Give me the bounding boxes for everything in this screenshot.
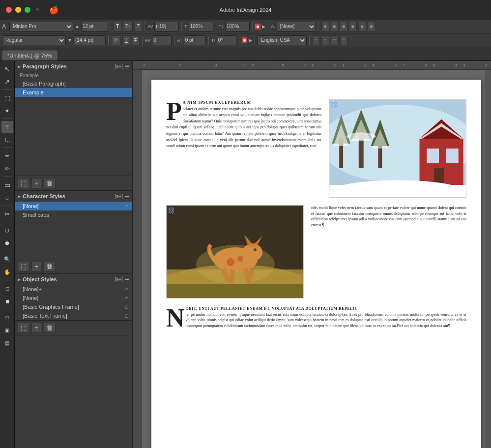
align-bottom-center[interactable]: ≡ [321, 35, 329, 45]
align-bottom-left[interactable]: ≡ [312, 35, 320, 45]
type-tool[interactable]: T [1, 121, 13, 133]
zoom-tool[interactable]: 🔍 [1, 253, 13, 265]
paragraph-styles-header[interactable]: ▶ Paragraph Styles [a+] ☰ [15, 61, 132, 72]
pencil-tool[interactable]: ✏ [1, 163, 13, 175]
small-caps-item[interactable]: Small caps [15, 210, 132, 219]
rect-tool[interactable]: ▭ [1, 179, 13, 191]
preview-mode[interactable]: ▤ [1, 337, 13, 349]
kerning-input[interactable] [154, 22, 179, 31]
align-bottom-right[interactable]: ≡ [331, 35, 339, 45]
home-icon[interactable]: ⌂ [35, 6, 39, 14]
page-tool[interactable]: ⬚ [1, 92, 13, 104]
font-size-input[interactable] [81, 22, 108, 31]
expand-icon[interactable]: ▶ [262, 24, 265, 29]
horiz-scale-input[interactable] [189, 22, 213, 31]
font-style-select[interactable]: Regular [2, 35, 66, 45]
align-center[interactable]: ≡ [331, 22, 339, 31]
align-right[interactable]: ≡ [340, 22, 347, 31]
baseline-input[interactable] [184, 35, 206, 45]
canvas-content[interactable]: P A NIM IPSUM EXCEPERERUM aciatet et aud… [142, 70, 491, 448]
none-char-icon: ↗ [124, 204, 128, 209]
none-select[interactable]: [None] [277, 22, 316, 31]
frame-mode[interactable]: ▣ [1, 324, 13, 336]
stroke-box[interactable]: ◼ [1, 295, 13, 307]
superscript-button[interactable]: TT [123, 22, 133, 31]
skew-input[interactable] [217, 35, 236, 45]
gradient-tool[interactable]: ⬡ [1, 224, 13, 236]
snow-scene-svg [329, 100, 466, 197]
delete-char-style-button[interactable]: 🗑 [43, 261, 56, 271]
svg-point-19 [347, 132, 375, 140]
ellipse-tool[interactable]: ○ [1, 192, 13, 204]
add-style-icon[interactable]: [a+] [115, 64, 123, 69]
italic-button[interactable]: T [134, 22, 142, 31]
character-styles-header[interactable]: ▶ Character Styles [a+] ☰ [15, 191, 132, 202]
color-box2: ■ [242, 37, 247, 43]
basic-paragraph-item[interactable]: [Basic Paragraph] [15, 79, 132, 88]
object-styles-header[interactable]: ▶ Object Styles [a+] ☰ [15, 274, 132, 285]
bold-button[interactable]: T [114, 22, 121, 31]
none-char-item[interactable]: [None] ↗ [15, 202, 132, 210]
fill-box[interactable]: ◻ [1, 282, 13, 294]
tool-separator [2, 119, 12, 119]
leading-input[interactable] [74, 35, 106, 45]
hand-tool[interactable]: ✋ [1, 266, 13, 278]
vertical-scrollbar[interactable] [485, 70, 491, 448]
minimize-button[interactable] [15, 7, 21, 13]
gap-tool[interactable]: ✦ [1, 105, 13, 117]
apple-logo-icon: 🍎 [49, 5, 59, 15]
align-left[interactable]: ≡ [321, 22, 329, 31]
none-obj-item[interactable]: [None] ↗ [15, 294, 132, 302]
font-family-select[interactable]: Minion Pro [9, 22, 73, 31]
example-paragraph-item[interactable]: Example [15, 88, 132, 97]
scissors-tool[interactable]: ✂ [1, 208, 13, 220]
subscript-button[interactable]: TT [111, 35, 121, 45]
add-char-style-icon[interactable]: [a+] [115, 194, 123, 199]
add-obj-style-icon[interactable]: [a+] [115, 277, 123, 282]
language-select[interactable]: English: USA [258, 35, 307, 45]
dog-image: ⛓ [166, 205, 304, 299]
select-tool[interactable]: ↖ [1, 63, 13, 75]
align-justified2[interactable]: ≡ [340, 35, 348, 45]
obj-menu-icon[interactable]: ☰ [125, 277, 129, 282]
new-obj-group-button[interactable]: ⬚ [18, 323, 29, 333]
none-plus-item[interactable]: [None]+ ↗ [15, 285, 132, 294]
delete-style-button[interactable]: 🗑 [43, 178, 56, 188]
document-tab[interactable]: *Untitled-1 @ 75% [2, 50, 58, 60]
vert-scale-input[interactable] [225, 22, 250, 31]
align-more2[interactable]: ≡ [368, 22, 375, 31]
separator [181, 22, 182, 31]
window-controls[interactable] [6, 7, 30, 13]
tracking-input[interactable] [152, 35, 172, 45]
new-char-group-button[interactable]: ⬚ [18, 261, 29, 271]
separator [309, 36, 310, 45]
align-more[interactable]: ≡ [358, 22, 366, 31]
new-style-button[interactable]: + [31, 178, 41, 188]
normal-mode[interactable]: □ [1, 311, 13, 323]
swatch-tool[interactable]: ⬢ [1, 237, 13, 249]
delete-obj-style-button[interactable]: 🗑 [43, 323, 56, 333]
align-justify[interactable]: ≡ [349, 22, 357, 31]
char-menu-icon[interactable]: ☰ [125, 194, 129, 199]
panel-scroll[interactable]: ▶ Paragraph Styles [a+] ☰ Example [Basic… [15, 61, 132, 448]
character-styles-footer: ⬚ + 🗑 [15, 259, 132, 273]
canvas-area[interactable]: 3 6 9 12 15 18 21 24 27 30 33 36 39 42 4… [133, 61, 491, 448]
pen-tool[interactable]: ✒ [1, 150, 13, 162]
new-char-style-button[interactable]: + [31, 261, 41, 271]
maximize-button[interactable] [25, 7, 30, 13]
strikethrough-button[interactable]: T̶ [132, 35, 140, 45]
new-obj-style-button[interactable]: + [31, 323, 41, 333]
object-styles-section: ▶ Object Styles [a+] ☰ [None]+ ↗ [None] … [15, 274, 132, 335]
basic-graphics-item[interactable]: [Basic Graphics Frame] ◻ [15, 302, 132, 311]
menu-icon[interactable]: ☰ [125, 64, 129, 69]
underline-button[interactable]: T [122, 35, 130, 45]
close-button[interactable] [6, 7, 12, 13]
new-group-button[interactable]: ⬚ [18, 178, 29, 188]
direct-select-tool[interactable]: ↗ [1, 76, 13, 88]
tool-separator [2, 90, 12, 90]
type-path-tool[interactable]: T‥ [1, 134, 13, 146]
separator [268, 22, 268, 31]
middle-section: ⛓ [166, 205, 466, 299]
basic-text-item[interactable]: [Basic Text Frame] ◻ [15, 311, 132, 320]
expand-icon2[interactable]: ▶ [249, 38, 252, 43]
